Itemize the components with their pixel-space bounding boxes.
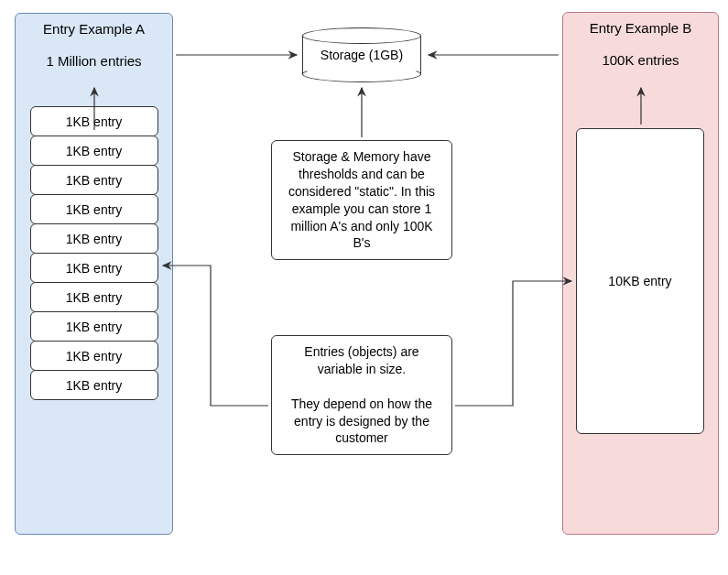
arrow-note-to-a-icon <box>163 266 268 406</box>
storage-label: Storage (1GB) <box>302 48 421 62</box>
panel-b-large-entry-label: 10KB entry <box>608 274 671 288</box>
entry-cell: 1KB entry <box>30 370 158 400</box>
entry-cell: 1KB entry <box>30 282 158 312</box>
panel-a-title: Entry Example A <box>16 21 172 37</box>
panel-a-entry-stack: 1KB entry 1KB entry 1KB entry 1KB entry … <box>16 107 172 400</box>
entry-cell: 1KB entry <box>30 194 158 224</box>
panel-entry-example-a: Entry Example A 1 Million entries 1KB en… <box>15 13 173 535</box>
note-storage-thresholds: Storage & Memory have thresholds and can… <box>271 140 452 260</box>
arrow-note-to-b-icon <box>455 281 571 406</box>
cylinder-top <box>302 27 421 44</box>
entry-cell: 1KB entry <box>30 253 158 283</box>
entry-cell: 1KB entry <box>30 311 158 342</box>
storage-cylinder: Storage (1GB) <box>302 27 421 82</box>
panel-a-subtitle: 1 Million entries <box>16 53 172 69</box>
panel-b-subtitle: 100K entries <box>563 52 718 68</box>
note-entries-variable: Entries (objects) are variable in size. … <box>271 335 452 455</box>
entry-cell: 1KB entry <box>30 341 158 371</box>
panel-b-title: Entry Example B <box>563 20 718 36</box>
entry-cell: 1KB entry <box>30 165 158 195</box>
entry-cell: 1KB entry <box>30 136 158 166</box>
entry-cell: 1KB entry <box>30 106 158 136</box>
panel-b-large-entry: 10KB entry <box>576 128 704 434</box>
cylinder-bottom <box>302 66 421 82</box>
entry-cell: 1KB entry <box>30 223 158 254</box>
